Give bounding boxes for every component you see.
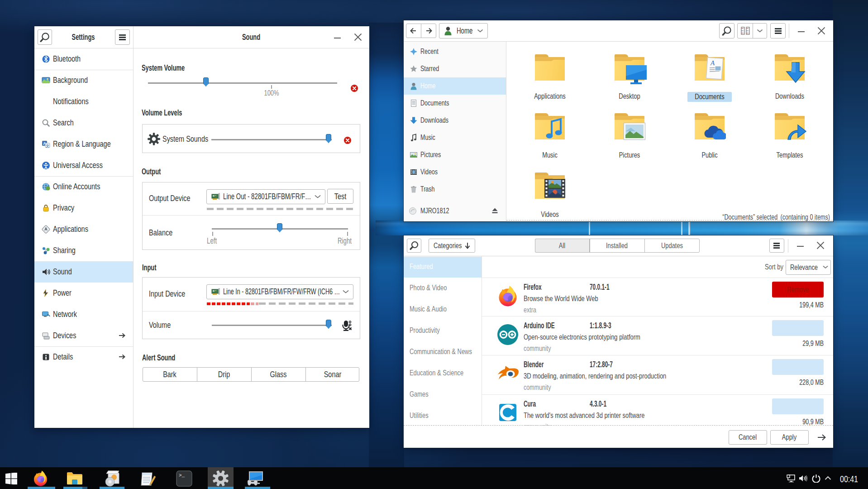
svg-text:文: 文	[46, 144, 49, 148]
svg-text:>_: >_	[179, 473, 185, 478]
svg-text:A: A	[710, 59, 715, 67]
